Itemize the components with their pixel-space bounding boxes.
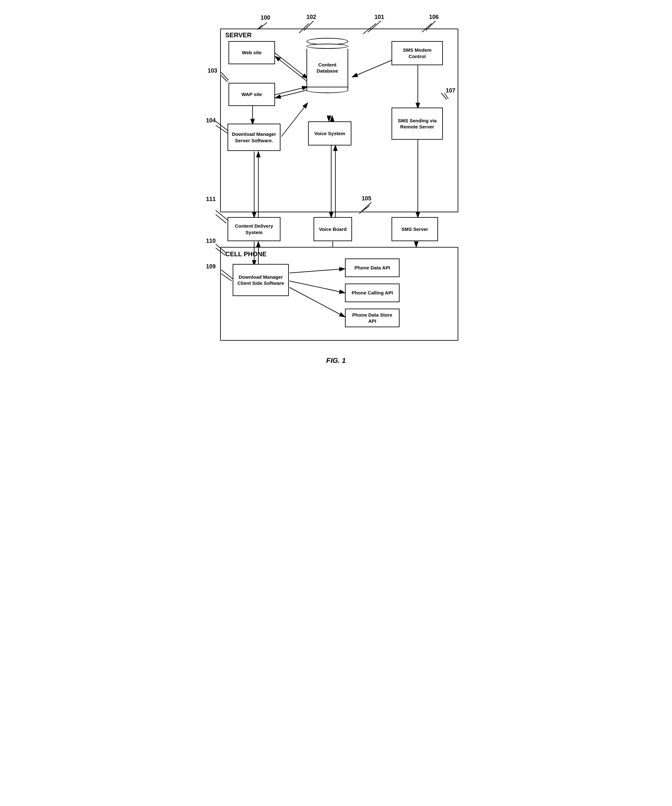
ref-101: 101 bbox=[374, 14, 384, 21]
svg-line-35 bbox=[426, 21, 435, 30]
phone-data-api-box: Phone Data API bbox=[345, 259, 400, 277]
svg-line-33 bbox=[368, 21, 381, 32]
ref-100: 100 bbox=[260, 15, 270, 21]
svg-line-49 bbox=[221, 270, 233, 279]
svg-line-11 bbox=[352, 59, 394, 77]
svg-line-26 bbox=[290, 269, 345, 273]
svg-line-29 bbox=[259, 23, 267, 29]
ref-102: 102 bbox=[306, 14, 316, 21]
svg-line-13 bbox=[282, 103, 308, 137]
fig-label: FIG. 1 bbox=[204, 357, 468, 365]
voice-system-box: Voice System bbox=[308, 121, 351, 145]
svg-line-44 bbox=[216, 248, 225, 255]
svg-line-32 bbox=[299, 23, 309, 33]
svg-line-27 bbox=[290, 281, 345, 293]
ref-103: 103 bbox=[208, 68, 217, 74]
svg-line-7 bbox=[275, 56, 308, 82]
download-manager-server-box: Download Manager Server Software. bbox=[227, 124, 280, 151]
svg-line-41 bbox=[216, 210, 227, 220]
svg-line-39 bbox=[216, 121, 229, 131]
svg-line-47 bbox=[441, 93, 447, 99]
content-delivery-box: Content Delivery System bbox=[227, 217, 280, 241]
svg-line-38 bbox=[221, 76, 227, 82]
svg-line-42 bbox=[216, 215, 226, 223]
ref-110: 110 bbox=[206, 238, 216, 244]
download-manager-client-box: Download Manager Client Side Software bbox=[233, 264, 289, 296]
server-label: SERVER bbox=[225, 31, 252, 39]
svg-line-9 bbox=[275, 90, 308, 98]
ref-109: 109 bbox=[206, 263, 216, 270]
svg-line-50 bbox=[221, 274, 232, 281]
svg-line-45 bbox=[362, 202, 371, 211]
ref-107: 107 bbox=[446, 88, 455, 94]
phone-calling-api-box: Phone Calling API bbox=[345, 284, 400, 302]
svg-line-40 bbox=[216, 125, 227, 133]
sms-modem-control-box: SMS Modem Control bbox=[392, 41, 443, 65]
svg-line-36 bbox=[422, 23, 432, 32]
website-box: Web site bbox=[229, 41, 275, 64]
svg-line-28 bbox=[290, 287, 345, 317]
ref-104: 104 bbox=[206, 117, 216, 124]
svg-line-37 bbox=[221, 72, 229, 80]
wap-site-box: WAP site bbox=[229, 83, 275, 106]
svg-line-6 bbox=[275, 53, 308, 79]
svg-line-30 bbox=[257, 25, 262, 30]
content-database: Content Database bbox=[306, 38, 348, 93]
sms-sending-box: SMS Sending via Remote Server bbox=[392, 107, 443, 140]
svg-line-8 bbox=[275, 87, 308, 95]
svg-line-46 bbox=[359, 205, 370, 213]
svg-line-31 bbox=[304, 21, 313, 30]
cellphone-label: CELL PHONE bbox=[225, 251, 267, 258]
sms-server-box: SMS Server bbox=[392, 217, 438, 241]
svg-line-34 bbox=[363, 23, 376, 34]
ref-111: 111 bbox=[206, 196, 216, 203]
voice-board-box: Voice Board bbox=[313, 217, 352, 241]
ref-105: 105 bbox=[362, 195, 371, 202]
phone-data-store-api-box: Phone Data Store API bbox=[345, 309, 400, 327]
svg-line-43 bbox=[216, 244, 226, 253]
ref-106: 106 bbox=[429, 14, 439, 21]
diagram-wrapper: 100 102 101 106 103 104 111 110 105 107 … bbox=[204, 13, 468, 350]
